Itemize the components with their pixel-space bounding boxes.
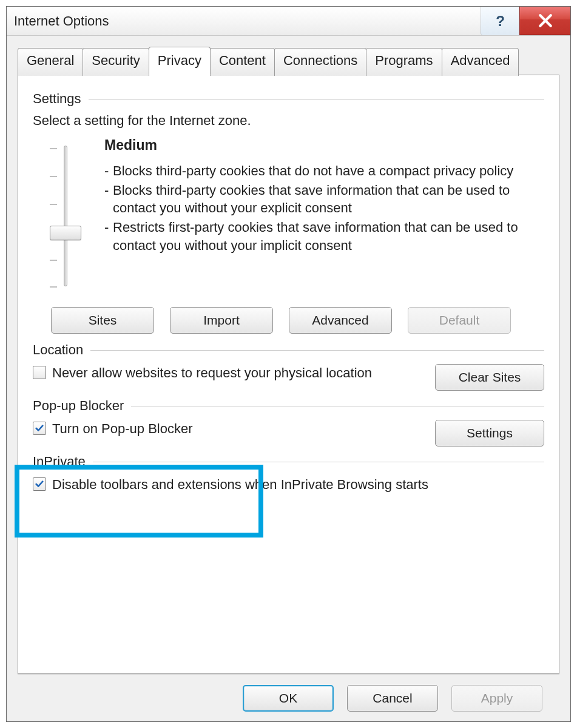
popup-checkbox-row[interactable]: Turn on Pop-up Blocker — [33, 420, 193, 438]
divider — [90, 350, 544, 351]
tab-privacy[interactable]: Privacy — [149, 47, 211, 75]
group-settings-header: Settings — [33, 91, 544, 107]
inprivate-checkbox-row[interactable]: Disable toolbars and extensions when InP… — [33, 476, 428, 494]
close-button[interactable] — [519, 7, 570, 35]
privacy-bullet: Blocks third-party cookies that save inf… — [113, 181, 544, 217]
help-button[interactable]: ? — [481, 7, 519, 35]
clear-sites-button[interactable]: Clear Sites — [435, 364, 544, 391]
titlebar-buttons: ? — [481, 7, 570, 35]
cancel-button[interactable]: Cancel — [347, 685, 438, 712]
slider-tick — [50, 148, 57, 149]
help-icon: ? — [496, 13, 505, 30]
ok-button[interactable]: OK — [243, 685, 334, 712]
inprivate-row: Disable toolbars and extensions when InP… — [33, 476, 544, 494]
tab-programs[interactable]: Programs — [366, 48, 442, 76]
privacy-level-slider[interactable] — [39, 137, 92, 295]
dialog-content: General Security Privacy Content Connect… — [7, 36, 570, 721]
settings-row: Medium -Blocks third-party cookies that … — [33, 137, 544, 295]
privacy-bullet: Blocks third-party cookies that do not h… — [113, 162, 513, 180]
slider-tick — [50, 176, 57, 177]
divider — [131, 406, 544, 406]
settings-buttons: Sites Import Advanced Default — [51, 307, 544, 334]
settings-instruction: Select a setting for the Internet zone. — [33, 113, 544, 129]
location-checkbox[interactable] — [33, 366, 46, 379]
inprivate-checkbox-label: Disable toolbars and extensions when InP… — [52, 476, 428, 494]
privacy-level-description: Medium -Blocks third-party cookies that … — [104, 137, 544, 295]
close-icon — [537, 12, 554, 29]
apply-button: Apply — [451, 685, 542, 712]
privacy-bullet: Restricts first-party cookies that save … — [113, 218, 544, 254]
group-settings-label: Settings — [33, 91, 81, 107]
dialog-footer: OK Cancel Apply — [18, 674, 559, 721]
import-button[interactable]: Import — [170, 307, 273, 334]
tab-advanced[interactable]: Advanced — [442, 48, 519, 76]
slider-tick — [50, 286, 57, 288]
popup-row: Turn on Pop-up Blocker Settings — [33, 420, 544, 447]
tab-page-privacy: Settings Select a setting for the Intern… — [18, 75, 559, 674]
group-inprivate-label: InPrivate — [33, 454, 86, 470]
slider-thumb[interactable] — [50, 226, 81, 240]
titlebar: Internet Options ? — [7, 7, 570, 36]
location-checkbox-label: Never allow websites to request your phy… — [52, 364, 372, 382]
internet-options-dialog: Internet Options ? General Security Priv… — [6, 6, 571, 722]
group-popup-header: Pop-up Blocker — [33, 398, 544, 414]
sites-button[interactable]: Sites — [51, 307, 154, 334]
popup-checkbox[interactable] — [33, 422, 46, 435]
tab-security[interactable]: Security — [83, 48, 149, 76]
default-button: Default — [408, 307, 511, 334]
popup-settings-button[interactable]: Settings — [435, 420, 544, 447]
slider-tick — [50, 260, 57, 261]
inprivate-checkbox[interactable] — [33, 477, 46, 491]
advanced-button[interactable]: Advanced — [289, 307, 392, 334]
slider-tick — [50, 204, 57, 205]
group-location-header: Location — [33, 342, 544, 358]
divider — [89, 99, 545, 99]
slider-track — [64, 146, 67, 286]
group-location-label: Location — [33, 342, 83, 358]
group-inprivate-header: InPrivate — [33, 454, 544, 470]
group-popup-label: Pop-up Blocker — [33, 398, 124, 414]
divider — [93, 462, 544, 462]
location-row: Never allow websites to request your phy… — [33, 364, 544, 391]
tabstrip: General Security Privacy Content Connect… — [18, 47, 559, 75]
popup-checkbox-label: Turn on Pop-up Blocker — [52, 420, 193, 438]
privacy-level-name: Medium — [104, 137, 544, 153]
tab-connections[interactable]: Connections — [274, 48, 366, 76]
location-checkbox-row[interactable]: Never allow websites to request your phy… — [33, 364, 372, 382]
tab-content[interactable]: Content — [210, 48, 275, 76]
window-title: Internet Options — [14, 13, 109, 29]
tab-general[interactable]: General — [18, 48, 83, 76]
